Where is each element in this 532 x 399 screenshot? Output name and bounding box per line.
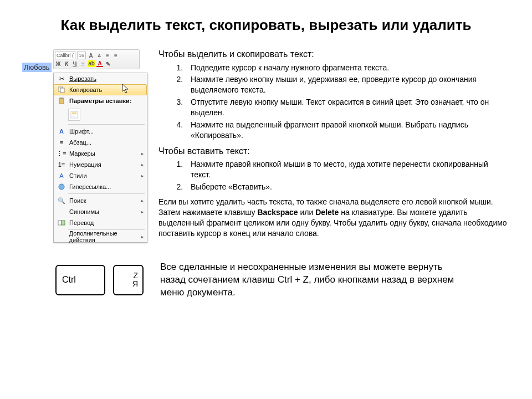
svg-rect-1 bbox=[60, 88, 64, 93]
ctrl-key: Ctrl bbox=[55, 265, 105, 295]
mouse-cursor-icon bbox=[122, 84, 130, 95]
menu-cut[interactable]: ✂ Вырезать bbox=[54, 73, 147, 84]
menu-copy-label: Копировать bbox=[69, 86, 102, 93]
list-item: Нажмите правой кнопкой мыши в то место, … bbox=[185, 159, 510, 180]
clipboard-icon bbox=[56, 97, 67, 105]
word-context-menu-screenshot: Любовь Calibri ( 16 A A ≡ ≡ Ж К Ч ≡ ab A bbox=[22, 49, 150, 72]
mini-formatting-toolbar: Calibri ( 16 A A ≡ ≡ Ж К Ч ≡ ab A ✎ bbox=[53, 49, 140, 69]
menu-translate[interactable]: Перевод bbox=[54, 217, 147, 228]
undo-tip-text: Все сделанные и несохраненные изменения … bbox=[160, 261, 459, 299]
bold-button[interactable]: Ж bbox=[55, 60, 62, 67]
svg-point-8 bbox=[59, 184, 64, 190]
chevron-right-icon: ▸ bbox=[141, 162, 144, 167]
menu-font[interactable]: A Шрифт... bbox=[54, 126, 147, 137]
indent-icon[interactable]: ≡ bbox=[104, 52, 111, 59]
svg-rect-9 bbox=[58, 221, 62, 225]
menu-numbering-label: Нумерация bbox=[69, 161, 101, 168]
z-key: Z Я bbox=[113, 265, 144, 295]
menu-synonyms[interactable]: Синонимы ▸ bbox=[54, 206, 147, 217]
list-item: Нажмите левую кнопку мыши и, удерживая е… bbox=[185, 74, 510, 95]
numbering-icon: 1≡ bbox=[56, 161, 67, 168]
menu-more-actions-label: Дополнительные действия bbox=[69, 230, 144, 243]
font-color-button[interactable]: A bbox=[96, 60, 103, 67]
main-content: Любовь Calibri ( 16 A A ≡ ≡ Ж К Ч ≡ ab A bbox=[0, 39, 532, 239]
menu-paste-options: Параметры вставки: bbox=[54, 95, 147, 106]
align-button[interactable]: ≡ bbox=[80, 60, 86, 67]
hyperlink-icon bbox=[56, 183, 67, 191]
menu-search[interactable]: 🔍 Поиск ▸ bbox=[54, 195, 147, 206]
menu-bullets[interactable]: ⋮≡ Маркеры ▸ bbox=[54, 148, 147, 159]
copy-section-heading: Чтобы выделить и скопировать текст: bbox=[158, 48, 510, 60]
font-icon: A bbox=[56, 128, 67, 135]
scissors-icon: ✂ bbox=[56, 75, 67, 83]
list-item: Выберете «Вставить». bbox=[185, 182, 510, 192]
menu-bullets-label: Маркеры bbox=[69, 150, 95, 157]
font-size-dropdown[interactable]: 16 bbox=[77, 52, 86, 59]
styles-icon: A bbox=[56, 172, 67, 179]
list-item: Нажмите на выделенный фрагмент правой кн… bbox=[185, 120, 510, 141]
instructions-column: Чтобы выделить и скопировать текст: Подв… bbox=[158, 45, 510, 239]
menu-paragraph[interactable]: ≡ Абзац... bbox=[54, 137, 147, 148]
underline-button[interactable]: Ч bbox=[71, 60, 78, 67]
copy-icon bbox=[56, 86, 67, 94]
svg-rect-7 bbox=[72, 116, 75, 116]
paste-option-buttons bbox=[54, 106, 147, 123]
context-menu: ✂ Вырезать Копировать Параметры вставки: bbox=[53, 73, 147, 243]
menu-numbering[interactable]: 1≡ Нумерация ▸ bbox=[54, 159, 147, 170]
paste-keep-formatting-icon[interactable] bbox=[68, 109, 80, 121]
z-key-bottom: Я bbox=[132, 280, 138, 288]
grow-font-icon[interactable]: A bbox=[88, 52, 94, 59]
outdent-icon[interactable]: ≡ bbox=[112, 52, 119, 59]
menu-search-label: Поиск bbox=[69, 197, 86, 204]
menu-styles[interactable]: A Стили ▸ bbox=[54, 170, 147, 181]
bullets-icon: ⋮≡ bbox=[56, 150, 67, 157]
delete-paragraph: Если вы хотите удалить часть текста, то … bbox=[158, 197, 510, 239]
menu-translate-label: Перевод bbox=[69, 219, 94, 226]
selected-text-sample: Любовь bbox=[22, 63, 52, 72]
svg-rect-6 bbox=[72, 115, 76, 115]
chevron-right-icon: ▸ bbox=[141, 151, 144, 156]
paste-steps-list: Нажмите правой кнопкой мыши в то место, … bbox=[158, 159, 510, 192]
format-painter-icon[interactable]: ✎ bbox=[105, 60, 111, 67]
menu-styles-label: Стили bbox=[69, 172, 87, 179]
search-icon: 🔍 bbox=[56, 197, 67, 204]
shrink-font-icon[interactable]: A bbox=[96, 52, 103, 59]
menu-paste-options-label: Параметры вставки: bbox=[69, 98, 131, 104]
font-name-dropdown[interactable]: Calibri ( bbox=[55, 52, 75, 59]
menu-hyperlink[interactable]: Гиперссылка... bbox=[54, 181, 147, 192]
svg-rect-10 bbox=[62, 221, 65, 225]
menu-paragraph-label: Абзац... bbox=[69, 139, 91, 146]
list-item: Отпустите левую кнопку мыши. Текст окрас… bbox=[185, 97, 510, 118]
translate-icon bbox=[56, 219, 67, 227]
chevron-right-icon: ▸ bbox=[141, 234, 144, 239]
copy-steps-list: Подведите курсор к началу нужного фрагме… bbox=[158, 63, 510, 141]
undo-tip-area: Ctrl Z Я Все сделанные и несохраненные и… bbox=[0, 239, 532, 299]
svg-rect-5 bbox=[72, 112, 76, 114]
paste-section-heading: Чтобы вставить текст: bbox=[158, 145, 510, 157]
paragraph-icon: ≡ bbox=[56, 139, 67, 146]
chevron-right-icon: ▸ bbox=[141, 173, 144, 178]
menu-copy[interactable]: Копировать bbox=[54, 84, 147, 95]
key-combo: Ctrl Z Я bbox=[55, 265, 144, 295]
chevron-right-icon: ▸ bbox=[141, 198, 144, 203]
italic-button[interactable]: К bbox=[63, 60, 70, 67]
list-item: Подведите курсор к началу нужного фрагме… bbox=[185, 63, 510, 73]
svg-rect-3 bbox=[60, 98, 63, 99]
highlight-button[interactable]: ab bbox=[88, 60, 95, 67]
menu-synonyms-label: Синонимы bbox=[69, 208, 99, 215]
menu-hyperlink-label: Гиперссылка... bbox=[69, 183, 111, 190]
menu-more-actions[interactable]: Дополнительные действия ▸ bbox=[54, 231, 147, 242]
chevron-right-icon: ▸ bbox=[141, 209, 144, 214]
word-screenshot-column: Любовь Calibri ( 16 A A ≡ ≡ Ж К Ч ≡ ab A bbox=[22, 45, 150, 239]
page-title: Как выделить текст, скопировать, вырезат… bbox=[0, 0, 532, 39]
menu-cut-label: Вырезать bbox=[69, 75, 96, 82]
menu-font-label: Шрифт... bbox=[69, 128, 94, 135]
z-key-top: Z bbox=[133, 272, 138, 280]
